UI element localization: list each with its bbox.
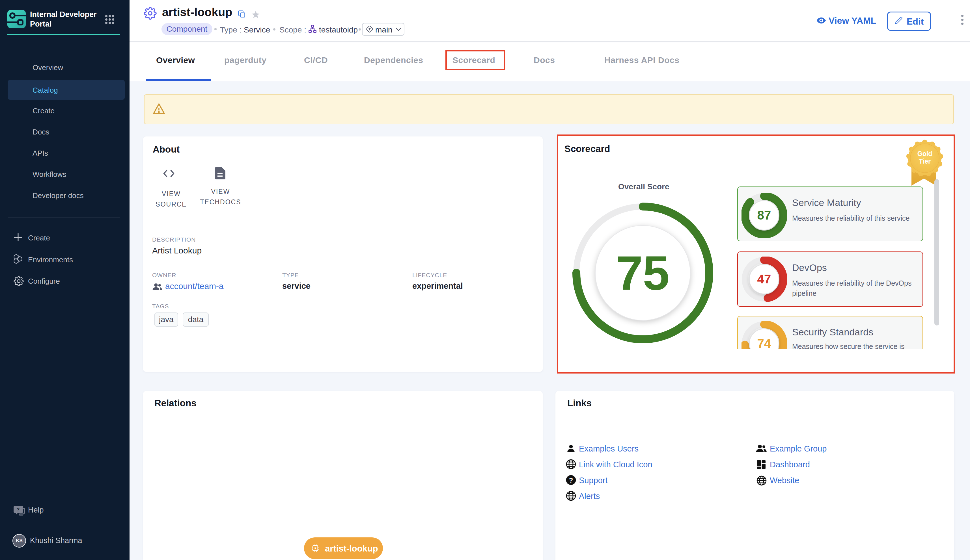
svg-text:Tier: Tier (919, 158, 931, 165)
svg-text:?: ? (17, 507, 20, 513)
svg-text:47: 47 (758, 272, 771, 286)
svg-text:?: ? (569, 477, 573, 484)
svg-text:74: 74 (758, 337, 771, 349)
svg-text:75: 75 (616, 246, 669, 300)
svg-text:Gold: Gold (917, 150, 932, 157)
svg-text:87: 87 (758, 208, 771, 222)
